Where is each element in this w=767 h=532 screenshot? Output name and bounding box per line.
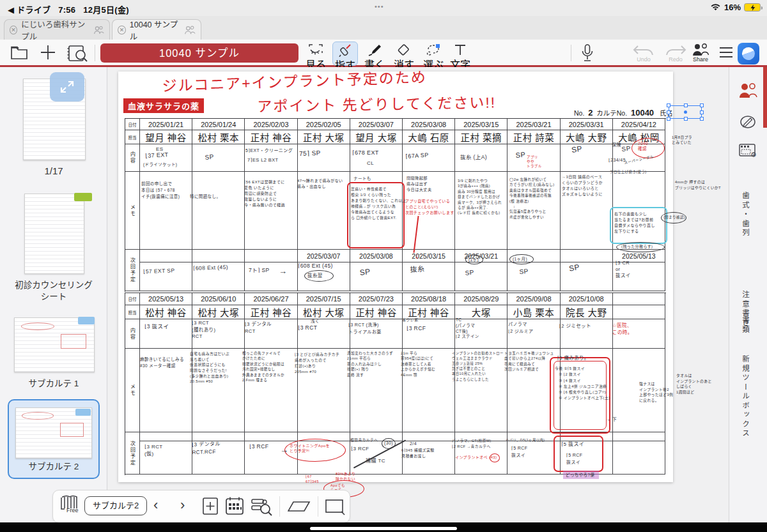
karte-nextdate-cell: 2025/03/07 [298,250,350,262]
note-search-button[interactable] [66,44,88,62]
handwritten-annotation: (ドライソケット) [143,162,177,167]
karte-date-cell: 2025/09/08 [507,293,560,305]
karte-staff-cell: 正村 菜摘 [455,130,507,144]
home-indicator[interactable] [310,527,457,530]
calendar-button[interactable] [225,496,244,515]
next-page-button[interactable]: › [180,497,185,513]
handwritten-annotation: (1ヶ月) [513,256,527,262]
handwritten-annotation: →3日間 鎮痛のペース くらいのプランどうか タオルはいろいろと ズキズキしない… [562,174,603,197]
tab-10040-sample[interactable]: ✕ 10040 サンプル [112,19,201,40]
handwritten-annotation: 2/4 [410,441,417,447]
free-label: Free [66,507,79,513]
calendar-icon [225,496,244,515]
no-label: No. [574,109,584,117]
handwritten-annotation: どっちやろ?便 [566,472,594,478]
annotation-pen-button[interactable] [736,114,759,130]
redo-button[interactable]: Redo [665,45,686,63]
handwritten-annotation: ⌊3 とびとび痛みカチカチ 痛めが入ったので 打診(+)あり 205mm #70 [295,352,339,375]
close-icon[interactable]: ✕ [10,26,17,34]
red-scroll-strip [763,67,767,128]
karte-date-cell: 2025/03/15 [455,119,507,130]
clock: 7:56 [58,5,75,15]
folder-button[interactable] [10,45,28,60]
handwritten-annotation: ⌊67 67⌉345 [306,474,319,484]
tool-erase[interactable]: 消す [391,42,417,66]
drive-back-link[interactable]: ◀ ドライブ [8,5,50,15]
thumbnail-label: サブカルテ 2 [0,461,107,473]
row-label-memo: メモ [125,349,140,432]
tab-tooth-chart[interactable]: 歯式・歯列 [740,192,750,238]
add-button[interactable] [40,44,56,61]
row-label-next: 次回予定 [125,432,140,475]
handwritten-annotation: 今後 ①⌈5 抜スイ ② ⌊2 抜スイ ③ ⌊4 抜スイ ④ 左上4併 ジルコニ… [555,366,610,402]
tool-point[interactable]: 指す [332,42,358,66]
karte-nextdate-cell [245,250,297,262]
handwritten-annotation: ⌊3 デンタル RCT [245,321,272,335]
handwritten-annotation: ⌊3 RCF [407,325,426,333]
medication-alert-badge: 血液サラサラの薬 [123,98,204,113]
selection-box[interactable] [669,105,702,119]
share-button[interactable]: Share [692,43,709,63]
tool-text[interactable]: 文字 [447,42,473,66]
karte-date-cell: 2025/06/10 [192,293,245,305]
handwritten-annotation: アプリ やや トラブル [527,155,542,169]
handwritten-annotation: ⌊37 EXT [145,151,169,160]
karte-date-cell: 2025/04/12 [613,119,665,130]
tool-select[interactable]: 選ぶ [421,42,446,66]
handwritten-annotation: ⌈56 EXTは翌朝までに 変色 いたように 周辺に感染防止で 建築しないように… [244,179,285,208]
current-page-button[interactable]: サブカルテ2 [84,496,147,515]
karte-staff-cell: 小島 栗本 [507,305,560,319]
handwritten-annotation: 麻酔きいてるにしみる #30 メーター確認 [140,356,184,370]
handwritten-annotation: → 下 [606,416,617,423]
handwritten-annotation: 7⌉ES L2 BXT [247,157,279,164]
redo-label: Redo [665,56,686,63]
prev-page-button[interactable]: ‹ [153,497,158,513]
thumbnail-counseling-sheet[interactable] [24,194,84,274]
row-label-content: 内容 [125,319,140,349]
handwritten-annotation: 浅く [311,318,320,324]
divider [95,45,95,61]
rectangle-callout-icon [325,499,345,515]
handwritten-annotation: ⌊3 抜スイ [144,323,169,331]
free-scroll-button[interactable]: Free [59,495,81,513]
tab-documents[interactable]: 書類 [740,316,750,335]
expand-thumbnail-button[interactable] [50,72,84,102]
thumbnail-subkarte1[interactable] [14,317,95,372]
tab-new-toolbox[interactable]: 新規ツールボックス [740,355,750,439]
window-settings-button[interactable]: ⚙ [736,142,759,158]
menu-button[interactable] [718,46,734,59]
handwritten-annotation: CL [367,160,374,167]
add-page-button[interactable] [202,496,219,515]
handwritten-annotation: ↓ [415,251,419,262]
shape-rect-button[interactable] [325,499,345,515]
view-icon [308,43,323,56]
close-icon[interactable]: ✕ [118,26,126,34]
karte-no-value: 10040 [631,108,654,118]
tool-view[interactable]: 見る [303,42,329,66]
handwritten-annotation: ☆医院、 この時。 [612,323,633,336]
undo-button[interactable]: Undo [633,45,655,63]
karte-staff-cell: 正村 詩菜 [507,130,560,144]
tag-search-button[interactable] [251,497,272,516]
karte-date-cell: 2025/02/03 [245,119,297,130]
karte-date-cell: 2025/07/23 [350,293,403,305]
collaboration-button[interactable] [736,83,759,98]
handwritten-annotation: SP [515,150,526,161]
karte-next-cell [455,262,507,291]
blue-sticker [78,317,95,324]
handwritten-annotation: ⌈67A SP [405,151,429,160]
document-title-button[interactable]: 10040 サンプル [100,43,298,63]
mic-button[interactable] [580,43,594,63]
app-icon[interactable] [738,43,759,65]
karte-date-cell: 2025/03/31 [561,119,613,130]
tool-write[interactable]: 書く [362,42,387,66]
shape-parallelogram-button[interactable] [288,501,311,512]
tab-nijiiro-sample[interactable]: ✕ にじいろ歯科サンプル [4,19,110,40]
karte-date-cell [613,293,665,305]
handwritten-annotation: インプラントオペ (43) [455,455,497,460]
handwritten-annotation: 右下の奥歯も少し 当たるまでは?お昼前 自費ダメならやり直し 左下りにする [614,211,655,234]
row-label-staff: 担当 [125,130,140,144]
row-label-staff: 担当 [125,305,140,319]
karte-staff-cell: 望月 大塚 [350,130,403,144]
karte-no-label: カルテNo. [596,109,627,117]
